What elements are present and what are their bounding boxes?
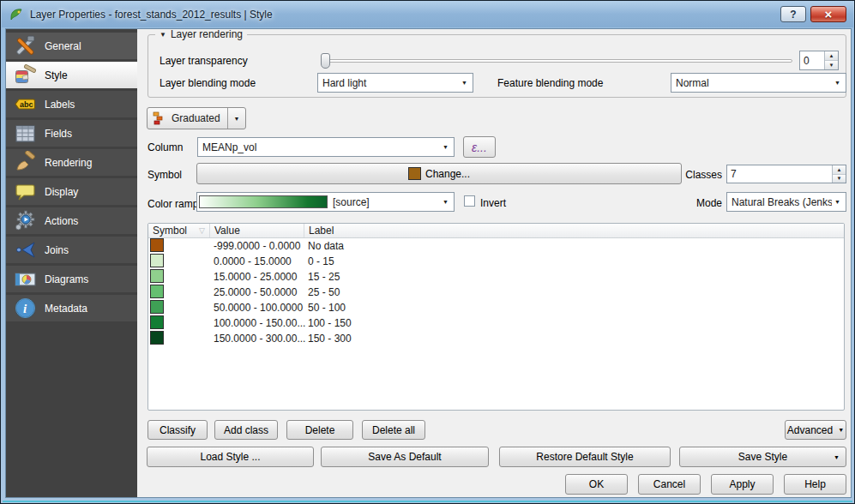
button-label: Help [804,478,826,490]
expression-builder-button[interactable]: ε... [463,136,496,158]
cancel-button[interactable]: Cancel [638,474,701,495]
column-value: MEANp_vol [202,141,440,153]
table-row[interactable]: 100.0000 - 150.00... 100 - 150 [148,315,844,331]
spin-up-icon[interactable]: ▲ [825,51,838,61]
class-value[interactable]: 100.0000 - 150.00... [210,317,304,329]
class-symbol-swatch[interactable] [150,238,164,252]
table-row[interactable]: 25.0000 - 50.0000 25 - 50 [148,285,844,300]
classes-value[interactable]: 7 [727,165,832,183]
sidebar-item-rendering[interactable]: Rendering [6,149,137,176]
feature-blend-label: Feature blending mode [497,77,603,89]
slider-handle[interactable] [321,53,330,69]
column-select[interactable]: MEANp_vol ▼ [197,137,455,157]
button-label: Delete all [372,424,415,436]
style-page: ▼ Layer rendering Layer transparency 0 ▲… [137,29,851,497]
layer-properties-dialog: Layer Properties - forest_stands_2012_re… [0,0,855,504]
table-row[interactable]: 50.0000 - 100.0000 50 - 100 [148,300,844,315]
table-row[interactable]: 150.0000 - 300.00... 150 - 300 [148,331,844,346]
transparency-slider[interactable] [321,53,792,69]
class-symbol-swatch[interactable] [150,331,164,345]
mode-select[interactable]: Natural Breaks (Jenks) ▼ [726,192,846,212]
save-style-button[interactable]: Save Style ▼ [679,447,846,467]
transparency-value[interactable]: 0 [800,51,824,69]
blend-mode-value: Hard light [322,77,459,89]
color-ramp-value: [source] [333,196,440,208]
group-title-label: Layer rendering [171,28,243,40]
column-header-label[interactable]: Label [304,224,844,237]
spin-down-icon[interactable]: ▼ [825,61,838,69]
feature-blend-select[interactable]: Normal ▼ [671,73,846,93]
class-label[interactable]: 50 - 100 [304,302,844,314]
spin-down-icon[interactable]: ▼ [833,175,846,183]
sidebar-item-fields[interactable]: Fields [6,120,137,147]
sidebar-item-diagrams[interactable]: Diagrams [6,266,137,292]
sidebar-item-actions[interactable]: Actions [6,207,137,234]
sidebar-item-style[interactable]: Style [6,62,137,88]
delete-button[interactable]: Delete [286,420,353,440]
layer-rendering-header[interactable]: ▼ Layer rendering [155,28,247,40]
class-symbol-swatch[interactable] [150,285,164,298]
class-label[interactable]: 15 - 25 [304,271,844,283]
symbol-change-button[interactable]: Change... [196,163,682,184]
sidebar-item-label: Labels [45,99,75,111]
slider-track[interactable] [321,59,792,63]
chevron-down-icon[interactable]: ▼ [227,108,245,129]
button-label: Classify [160,424,196,436]
table-row[interactable]: 15.0000 - 25.0000 15 - 25 [148,269,844,285]
class-value[interactable]: 150.0000 - 300.00... [210,333,304,345]
classify-button[interactable]: Classify [148,420,208,440]
transparency-spinbox[interactable]: 0 ▲ ▼ [799,51,839,70]
class-symbol-swatch[interactable] [150,300,164,314]
column-header-symbol[interactable]: Symbol ▽ [148,224,210,237]
sidebar-item-label: Joins [45,244,69,256]
spin-up-icon[interactable]: ▲ [833,165,846,175]
mode-label: Mode [671,197,722,209]
help-button[interactable]: Help [784,474,846,495]
sidebar-item-label: Metadata [45,303,87,315]
class-symbol-swatch[interactable] [150,254,164,267]
ok-button[interactable]: OK [565,474,628,495]
table-row[interactable]: 0.0000 - 15.0000 0 - 15 [148,254,844,269]
style-brush-icon [14,63,37,87]
window-title: Layer Properties - forest_stands_2012_re… [30,9,273,21]
class-value[interactable]: -999.0000 - 0.0000 [210,240,304,252]
apply-button[interactable]: Apply [711,474,774,495]
class-value[interactable]: 15.0000 - 25.0000 [210,271,304,283]
blend-mode-select[interactable]: Hard light ▼ [317,73,473,93]
restore-default-style-button[interactable]: Restore Default Style [499,447,671,467]
column-header-value[interactable]: Value [210,224,304,237]
class-value[interactable]: 50.0000 - 100.0000 [210,302,304,314]
table-row[interactable]: -999.0000 - 0.0000 No data [148,238,844,254]
class-symbol-swatch[interactable] [150,315,164,329]
delete-all-button[interactable]: Delete all [362,420,425,440]
class-value[interactable]: 25.0000 - 50.0000 [210,286,304,298]
class-label[interactable]: 25 - 50 [304,286,844,298]
sidebar-item-metadata[interactable]: i Metadata [6,295,137,321]
classes-table[interactable]: Symbol ▽ Value Label -999.0000 - 0.0000 … [148,223,845,411]
sidebar-item-labels[interactable]: abc Labels [6,91,137,117]
class-label[interactable]: 150 - 300 [304,333,844,345]
classes-spinbox[interactable]: 7 ▲ ▼ [726,165,846,183]
load-style-button[interactable]: Load Style ... [147,447,314,467]
add-class-button[interactable]: Add class [214,420,278,440]
diagrams-chart-icon [14,267,37,291]
class-label[interactable]: No data [304,240,844,252]
sidebar-item-display[interactable]: Display [6,178,137,205]
class-symbol-swatch[interactable] [150,269,164,283]
chevron-down-icon: ▼ [832,199,843,205]
display-bubble-icon [14,180,37,203]
help-titlebar-button[interactable]: ? [780,6,806,22]
save-as-default-button[interactable]: Save As Default [321,447,489,467]
color-ramp-select[interactable]: [source] ▼ [196,192,455,212]
titlebar[interactable]: Layer Properties - forest_stands_2012_re… [2,1,853,27]
sidebar-item-joins[interactable]: Joins [6,237,137,263]
class-value[interactable]: 0.0000 - 15.0000 [210,255,304,267]
collapse-arrow-icon: ▼ [160,31,166,39]
renderer-type-select[interactable]: Graduated ▼ [147,107,246,129]
sidebar-item-general[interactable]: General [6,33,137,59]
class-label[interactable]: 100 - 150 [304,317,844,329]
class-label[interactable]: 0 - 15 [304,255,844,267]
advanced-button[interactable]: Advanced ▼ [785,420,846,440]
close-button[interactable]: × [810,6,846,22]
invert-checkbox[interactable] [464,195,475,207]
